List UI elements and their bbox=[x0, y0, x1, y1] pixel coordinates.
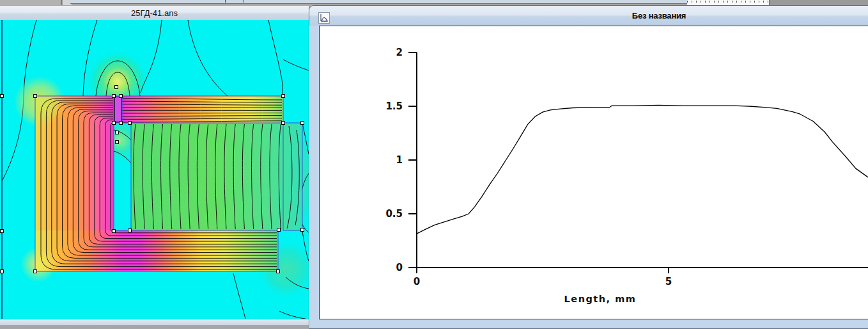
selection-handle[interactable] bbox=[1, 95, 4, 98]
selection-handle[interactable] bbox=[1, 270, 4, 273]
field-plot-canvas[interactable] bbox=[0, 20, 309, 319]
field-window-title: 25ГД-41.ans bbox=[131, 8, 178, 18]
field-window-titlebar[interactable]: 25ГД-41.ans bbox=[0, 5, 309, 20]
curve-plot-icon[interactable] bbox=[318, 12, 330, 24]
y-tick-label: 0.5 bbox=[385, 208, 403, 220]
y-tick-label: 2 bbox=[396, 47, 403, 58]
plot-canvas[interactable]: 00.511.5205 Length, mm bbox=[319, 26, 868, 319]
plot-window-titlebar[interactable]: Без названия bbox=[309, 6, 868, 26]
plot-axes: 00.511.5205 bbox=[385, 47, 868, 287]
selection-handle[interactable] bbox=[301, 122, 304, 125]
selection-handle[interactable] bbox=[34, 95, 37, 98]
field-window-bottom-border bbox=[0, 319, 309, 325]
field-simulation-window: 25ГД-41.ans bbox=[0, 5, 309, 325]
selection-handle[interactable] bbox=[282, 122, 285, 125]
selection-handle[interactable] bbox=[282, 95, 285, 98]
selection-handle[interactable] bbox=[120, 122, 123, 125]
selection-handle[interactable] bbox=[277, 229, 281, 232]
x-axis-label: Length, mm bbox=[564, 294, 637, 304]
x-tick-label: 0 bbox=[414, 276, 420, 287]
x-tick-label: 5 bbox=[665, 276, 672, 287]
selection-handle[interactable] bbox=[115, 86, 118, 89]
selection-handle[interactable] bbox=[301, 229, 304, 232]
selection-handle[interactable] bbox=[277, 270, 280, 273]
selection-handle[interactable] bbox=[112, 230, 116, 233]
background-tick bbox=[244, 0, 244, 3]
desktop: 25ГД-41.ans bbox=[0, 0, 868, 329]
plot-window: Без названия 00.511.5205 Length, mm bbox=[309, 5, 868, 329]
background-tick bbox=[225, 0, 226, 3]
contour-line bbox=[114, 108, 282, 108]
flux-density-curve bbox=[417, 105, 868, 234]
y-tick-label: 0 bbox=[396, 262, 403, 273]
background-window-edge-right bbox=[769, 0, 868, 5]
bottom-plate-corner-tint bbox=[20, 246, 56, 282]
flux-density-polyline bbox=[417, 105, 868, 234]
background-window-top-edge bbox=[70, 0, 690, 4]
background-ruler-strip bbox=[687, 0, 769, 5]
selection-handle[interactable] bbox=[112, 95, 116, 98]
selection-handle[interactable] bbox=[128, 122, 132, 125]
contour-line bbox=[114, 113, 282, 114]
selection-handle[interactable] bbox=[116, 131, 119, 134]
flux-plot-svg: 00.511.5205 Length, mm bbox=[320, 26, 868, 319]
y-tick-label: 1 bbox=[396, 154, 403, 166]
limb-corner-tint bbox=[14, 76, 65, 127]
selection-handle[interactable] bbox=[128, 229, 132, 232]
field-plot-svg bbox=[0, 20, 309, 319]
y-tick-label: 1.5 bbox=[385, 100, 403, 112]
selection-handle[interactable] bbox=[1, 230, 4, 233]
selection-handle[interactable] bbox=[116, 141, 119, 144]
plot-window-title: Без названия bbox=[632, 11, 686, 20]
selection-handle[interactable] bbox=[120, 95, 123, 98]
selection-handle[interactable] bbox=[112, 122, 116, 125]
voice-coil[interactable] bbox=[115, 97, 122, 122]
selection-handle[interactable] bbox=[34, 270, 37, 273]
bottom-plate[interactable] bbox=[35, 230, 278, 271]
